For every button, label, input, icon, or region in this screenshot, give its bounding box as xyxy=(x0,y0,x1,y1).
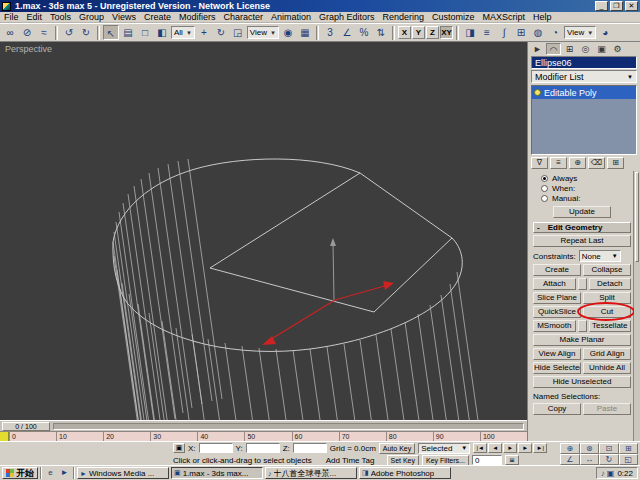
radio-icon[interactable] xyxy=(541,185,548,192)
transform-gizmo[interactable] xyxy=(262,238,394,345)
menu-item[interactable]: Create xyxy=(140,12,175,23)
quickslice-button[interactable]: QuickSlice xyxy=(533,306,581,318)
restrict-x-button[interactable]: X xyxy=(398,26,411,39)
render-type-dropdown[interactable]: View ▼ xyxy=(564,26,596,39)
menu-item[interactable]: Help xyxy=(529,12,556,23)
menu-item[interactable]: Rendering xyxy=(379,12,429,23)
arc-rotate-button[interactable]: ↻ xyxy=(599,454,619,465)
restrict-xy-plane-button[interactable]: XY xyxy=(440,26,453,39)
msmooth-button[interactable]: MSmooth xyxy=(533,320,576,332)
task-playlist[interactable]: ♪ 十八首全球寻景... xyxy=(265,467,357,479)
show-end-result-button[interactable]: ≡ xyxy=(550,157,567,169)
z-coordinate-field[interactable] xyxy=(293,443,327,453)
menu-item[interactable]: File xyxy=(0,12,23,23)
menu-item[interactable]: Group xyxy=(75,12,108,23)
select-and-move-icon[interactable]: + xyxy=(196,25,212,40)
start-button[interactable]: 开始 xyxy=(2,467,38,479)
key-filters-button[interactable]: Key Filters... xyxy=(422,455,469,466)
selection-set-dropdown[interactable]: Selected ▼ xyxy=(418,443,470,454)
previous-frame-button[interactable]: ◄ xyxy=(488,443,502,453)
select-and-rotate-icon[interactable]: ↻ xyxy=(213,25,229,40)
detach-button[interactable]: Detach xyxy=(589,278,632,290)
minimize-button[interactable]: _ xyxy=(595,1,608,11)
zoom-extents-all-button[interactable]: ⊞ xyxy=(619,443,639,454)
material-editor-icon[interactable]: ◍ xyxy=(530,25,546,40)
use-pivot-point-center-icon[interactable]: ◉ xyxy=(280,25,296,40)
unlink-selection-icon[interactable]: ⊘ xyxy=(19,25,35,40)
mirror-icon[interactable]: ◨ xyxy=(462,25,478,40)
add-time-tag[interactable]: Add Time Tag xyxy=(326,456,375,465)
restrict-y-button[interactable]: Y xyxy=(412,26,425,39)
select-and-link-icon[interactable]: ∞ xyxy=(2,25,18,40)
maximize-button[interactable]: ❐ xyxy=(610,1,623,11)
modifier-list-dropdown[interactable]: Modifier List ▼ xyxy=(531,70,637,83)
grid-align-button[interactable]: Grid Align xyxy=(583,348,631,360)
pin-stack-button[interactable]: ∇ xyxy=(531,157,548,169)
copy-button[interactable]: Copy xyxy=(533,403,581,415)
msmooth-settings-button[interactable] xyxy=(578,320,587,332)
selection-filter-dropdown[interactable]: All ▼ xyxy=(171,26,195,39)
x-coordinate-field[interactable] xyxy=(199,443,233,453)
menu-item[interactable]: Animation xyxy=(267,12,315,23)
select-by-name-icon[interactable]: ▤ xyxy=(120,25,136,40)
tray-volume[interactable]: ♪ xyxy=(601,469,605,478)
hide-selected-button[interactable]: Hide Selected xyxy=(533,362,581,374)
radio-icon[interactable] xyxy=(541,195,548,202)
percent-snap-icon[interactable]: % xyxy=(356,25,372,40)
tab-motion[interactable]: ◎ xyxy=(578,43,593,55)
field-of-view-button[interactable]: ∠ xyxy=(560,454,580,465)
play-button[interactable]: ► xyxy=(503,443,517,453)
min-max-toggle-button[interactable]: ◱ xyxy=(619,454,639,465)
time-slider-handle[interactable]: 0 / 100 xyxy=(2,422,50,431)
scrollbar-thumb[interactable] xyxy=(635,172,639,262)
radio-icon[interactable] xyxy=(541,175,548,182)
tab-create[interactable]: ► xyxy=(530,43,545,55)
make-unique-button[interactable]: ⊕ xyxy=(569,157,586,169)
curve-editor-icon[interactable]: ∫ xyxy=(496,25,512,40)
object-name-field[interactable]: Ellipse06 xyxy=(531,56,637,69)
repeat-last-button[interactable]: Repeat Last xyxy=(533,235,631,247)
menu-item[interactable]: Tools xyxy=(46,12,75,23)
menu-item[interactable]: Customize xyxy=(428,12,479,23)
configure-button[interactable]: ⊞ xyxy=(607,157,624,169)
zoom-all-button[interactable]: ⊛ xyxy=(580,443,600,454)
zoom-button[interactable]: ⊕ xyxy=(560,443,580,454)
tab-hierarchy[interactable]: ⊞ xyxy=(562,43,577,55)
menu-item[interactable]: Views xyxy=(108,12,140,23)
track-bar[interactable]: 0102030405060708090100 xyxy=(0,431,527,441)
update-option-always[interactable]: Always xyxy=(541,173,631,183)
unhide-all-button[interactable]: Unhide All xyxy=(583,362,631,374)
modifier-stack[interactable]: Editable Poly xyxy=(531,85,637,155)
view-align-button[interactable]: View Align xyxy=(533,348,581,360)
tray-input[interactable]: ▣ xyxy=(607,469,615,478)
pan-button[interactable]: ↔ xyxy=(580,454,600,465)
menu-item[interactable]: Modifiers xyxy=(175,12,220,23)
time-configuration-button[interactable]: ⊞ xyxy=(505,455,519,465)
viewport-canvas[interactable] xyxy=(0,42,527,420)
stack-item-editable-poly[interactable]: Editable Poly xyxy=(532,86,636,99)
edit-geometry-rollout-header[interactable]: - Edit Geometry xyxy=(533,222,631,233)
window-crossing-icon[interactable]: ◧ xyxy=(154,25,170,40)
go-to-start-button[interactable]: |◄ xyxy=(473,443,487,453)
menu-item[interactable]: Graph Editors xyxy=(315,12,379,23)
collapse-button[interactable]: Collapse xyxy=(583,264,631,276)
make-planar-button[interactable]: Make Planar xyxy=(533,334,631,346)
next-frame-button[interactable]: ► xyxy=(518,443,532,453)
constraints-dropdown[interactable]: None ▼ xyxy=(579,250,621,262)
task-photoshop[interactable]: ◨ Adobe Photoshop xyxy=(359,467,451,479)
menu-item[interactable]: Edit xyxy=(23,12,47,23)
current-frame-field[interactable]: 0 xyxy=(472,455,502,465)
tab-utilities[interactable]: ⚙ xyxy=(610,43,625,55)
selection-lock-icon[interactable]: ▣ xyxy=(173,443,185,453)
panel-scrollbar[interactable] xyxy=(633,171,640,441)
quick-render-icon[interactable]: ◕ xyxy=(597,25,613,40)
hide-unselected-button[interactable]: Hide Unselected xyxy=(533,376,631,388)
bind-to-space-warp-icon[interactable]: ≈ xyxy=(36,25,52,40)
cut-button[interactable]: Cut xyxy=(583,306,631,318)
set-key-button[interactable]: Set Key xyxy=(387,455,420,466)
go-to-end-button[interactable]: ►| xyxy=(533,443,547,453)
schematic-view-icon[interactable]: ⊞ xyxy=(513,25,529,40)
rectangular-selection-region-icon[interactable]: □ xyxy=(137,25,153,40)
close-button[interactable]: ✕ xyxy=(625,1,638,11)
render-scene-icon[interactable]: ◔ xyxy=(547,25,563,40)
